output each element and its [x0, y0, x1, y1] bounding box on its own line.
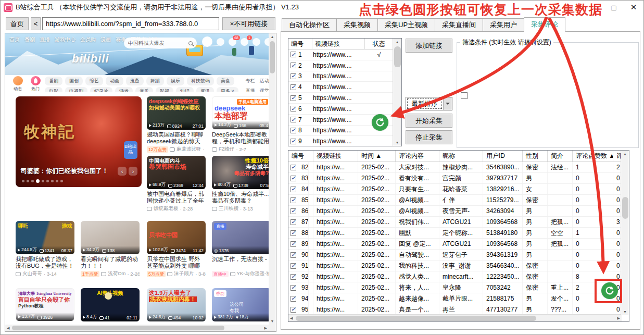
row-checkbox[interactable]	[291, 252, 296, 258]
column-header[interactable]: 简介	[548, 151, 573, 162]
history-icon[interactable]	[264, 38, 269, 46]
comment-table-row[interactable]: 87 https://w... 2025-02... 祝我们伟... ATCGU…	[288, 217, 629, 228]
carousel-dot[interactable]	[51, 180, 54, 182]
sort-order-select[interactable]: 最新排序	[406, 97, 452, 110]
video-card[interactable]: AI养生视频 8.4万 41 ◎ ♥ 02:11	[81, 288, 140, 321]
video-card[interactable]: deepseek的蝴蝶效应如何撼动美国的ai霸权 213万 8924 ◎ ♥ 2…	[147, 96, 206, 153]
home-button[interactable]: 首页	[6, 17, 29, 30]
column-header[interactable]: 用户ID	[483, 151, 523, 162]
carousel-next-button[interactable]: ›	[129, 167, 137, 176]
browser-vertical-scrollbar[interactable]: ▲ ▼	[269, 33, 276, 325]
feed-entry[interactable]: 动态	[11, 76, 24, 92]
column-header[interactable]: 评论点赞数 ▲	[573, 151, 613, 162]
video-meta[interactable]: 12万点赞 麻薯波比呀 2-1	[147, 146, 206, 153]
nav-link[interactable]: 会员购	[80, 36, 96, 43]
carousel-dot[interactable]	[22, 180, 24, 182]
video-card[interactable]: 性瘾10倍寿命减半毒品有多阴毒? 80.4万 1739 ◎ ♥ 07:5 性瘾1…	[212, 156, 269, 212]
comment-table-row[interactable]: 85 https://w... 2025-02... @AI视频... 亻伴 1…	[288, 195, 629, 206]
comment-table-row[interactable]: 91 https://w... 2025-02... 我的科技... 没事_谢谢…	[288, 260, 629, 271]
video-card[interactable]: 清華大學 Tsinghua University盲目自学只会毁了你Python教…	[16, 288, 74, 321]
nav-link[interactable]: 首页	[9, 36, 20, 43]
stop-collect-button[interactable]: 停止采集	[406, 130, 452, 144]
link-table-row[interactable]: 3 https://www....	[288, 71, 401, 82]
scroll-down-arrow[interactable]: ▼	[269, 318, 276, 325]
nav-link[interactable]: 游戏中心	[55, 36, 75, 43]
scroll-up-arrow[interactable]: ▲	[269, 33, 276, 40]
row-checkbox[interactable]	[291, 106, 296, 111]
vip-icon[interactable]	[217, 38, 224, 46]
scrollbar-thumb[interactable]	[270, 41, 275, 73]
video-title[interactable]: 沉迷工作，无法自拔 -	[212, 256, 269, 269]
row-checkbox[interactable]	[291, 165, 296, 170]
video-thumbnail[interactable]: 34.2万 138 ◎ ♥	[81, 221, 140, 254]
row-checkbox[interactable]	[291, 219, 296, 225]
tab[interactable]: 自动化操作区	[282, 18, 337, 32]
dedup-checkbox[interactable]	[461, 92, 468, 99]
scroll-right-arrow[interactable]: ▶	[263, 325, 269, 331]
video-card[interactable]: 34.2万 138 ◎ ♥ 看完瞬间有了减肥的动力！！！ 1千点赞	[81, 221, 140, 277]
row-checkbox[interactable]	[291, 117, 296, 122]
channel-pill[interactable]: 鬼畜	[126, 77, 144, 85]
bilibili-logo[interactable]: bilibili	[72, 52, 109, 66]
add-link-button[interactable]: 添加链接	[406, 39, 452, 53]
favorite-icon[interactable]	[252, 38, 260, 46]
video-title[interactable]: 被中国电商卷爆后，韩国快递小哥过上了全年无休的"好日子"...	[147, 191, 206, 204]
scrollbar-thumb[interactable]	[12, 326, 224, 330]
video-thumbnail[interactable]: deepseek的蝴蝶效应如何撼动美国的ai霸权 213万 8924 ◎ ♥ 2…	[147, 96, 206, 130]
row-checkbox[interactable]	[291, 208, 296, 214]
carousel-dot[interactable]	[46, 180, 49, 182]
comment-table-row[interactable]: 88 https://w... 2025-02... 幽默 定个昵称... 51…	[288, 228, 629, 239]
channel-pill[interactable]: 番剧	[45, 77, 62, 85]
video-thumbnail[interactable]: 清華大學 Tsinghua University盲目自学只会毁了你Python教…	[16, 288, 74, 321]
row-checkbox[interactable]	[291, 73, 296, 79]
scroll-left-arrow[interactable]: ◀	[5, 325, 11, 331]
video-title[interactable]: 贝爷在中国求生 野外甚至能点到外卖 哪哪都是人！《荒野...	[147, 256, 206, 269]
row-checkbox[interactable]	[291, 176, 296, 181]
dynamic-icon[interactable]: 1	[241, 38, 248, 46]
carousel-dot[interactable]	[31, 180, 34, 182]
channel-pill[interactable]: 娱乐	[167, 77, 184, 85]
video-title[interactable]: 性瘾10倍、寿命减半...毒品有多阴毒？	[212, 191, 269, 204]
row-checkbox[interactable]	[291, 263, 296, 269]
comment-table-row[interactable]: 92 https://w... 2025-02... 感觉人类... minec…	[288, 271, 629, 282]
link-table-row[interactable]: 4 https://www....	[288, 82, 401, 93]
carousel-dot[interactable]	[56, 180, 58, 182]
avatar[interactable]	[202, 36, 212, 47]
video-card[interactable]: 手机&电脑通用deepseek本地部署 14.2万 166 ◎ ♥ 05:4 D…	[212, 96, 269, 153]
link-table-row[interactable]: 1 https://www.... √	[288, 49, 401, 60]
video-meta[interactable]: 三川铁横 3-13	[212, 205, 269, 212]
row-checkbox[interactable]	[291, 187, 296, 192]
comment-table-row[interactable]: 95 https://w... 2025-02... 真是一个... 再兰 47…	[288, 304, 629, 315]
video-thumbnail[interactable]: 哪吒游戏 244.8万 1341 ◎ ♥ 06:37	[16, 221, 74, 254]
row-checkbox[interactable]	[291, 241, 296, 247]
video-thumbnail[interactable]: 贝爷吃中国 102.6万 3474 ◎ ♥ 11:42	[147, 221, 206, 254]
video-title[interactable]: 我把哪吒做成了游戏，没有BUG，全是特性！	[16, 256, 74, 269]
column-header[interactable]: 评论内容	[396, 151, 439, 162]
video-thumbnail[interactable]: 番剧 这公司有我 381.2万 ◎ ♥18万	[212, 288, 269, 321]
comment-table-row[interactable]: 83 https://w... 2025-02... 看有没有... 宫完颜 3…	[288, 173, 629, 184]
channel-pill[interactable]: 国创	[65, 77, 83, 85]
link-table-row[interactable]: 5 https://www....	[288, 93, 401, 104]
browser-horizontal-scrollbar[interactable]: ◀ ▶	[5, 325, 269, 331]
video-card[interactable]: 这1.9万人曝光了洗衣液肮脏内幕！ 24.6万 494 ◎ ♥ 10:02	[147, 288, 206, 321]
start-collect-button[interactable]: 开始采集	[406, 114, 452, 128]
comment-table-row[interactable]: 86 https://w... 2025-02... @AI视频... 夜雪无声…	[288, 206, 629, 217]
video-card[interactable]: 贝爷吃中国 102.6万 3474 ◎ ♥ 11:42 贝爷在中国求生 野外甚至…	[147, 221, 206, 277]
search-icon[interactable]	[188, 41, 193, 45]
nav-link[interactable]: 漫画	[100, 36, 111, 43]
link-table-row[interactable]: 2 https://www....	[288, 60, 401, 71]
scrollbar-thumb[interactable]	[394, 46, 401, 67]
side-link[interactable]: 专栏	[246, 78, 255, 84]
video-thumbnail[interactable]: 手机&电脑通用deepseek本地部署 14.2万 166 ◎ ♥ 05:4	[212, 96, 269, 130]
carousel-dot[interactable]	[60, 180, 63, 182]
video-meta[interactable]: FZ峰仔 2-7	[212, 146, 269, 153]
scroll-up-arrow[interactable]: ▲	[622, 151, 628, 157]
column-header[interactable]: 编号	[288, 39, 312, 49]
row-checkbox[interactable]	[291, 307, 296, 313]
carousel-prev-button[interactable]: ‹	[118, 167, 127, 176]
row-checkbox[interactable]	[291, 95, 296, 101]
carousel-dot[interactable]	[27, 180, 29, 182]
video-card[interactable]: 哪吒游戏 244.8万 1341 ◎ ♥ 06:37 我把哪吒做成了游戏，没有B…	[16, 221, 74, 277]
row-checkbox[interactable]	[291, 139, 296, 144]
video-thumbnail[interactable]: 性瘾10倍寿命减半毒品有多阴毒? 80.4万 1739 ◎ ♥ 07:5	[212, 156, 269, 189]
